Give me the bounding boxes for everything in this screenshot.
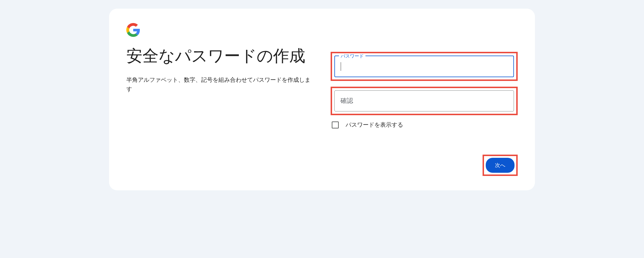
show-password-row: パスワードを表示する [331, 121, 518, 129]
show-password-checkbox[interactable] [332, 122, 339, 128]
confirm-input[interactable] [335, 91, 514, 111]
show-password-label[interactable]: パスワードを表示する [346, 121, 403, 129]
right-section: パスワード パスワードを表示する 次へ [331, 23, 518, 176]
page-title: 安全なパスワードの作成 [126, 45, 313, 67]
password-highlight: パスワード [331, 52, 518, 81]
password-input-wrapper: パスワード [334, 56, 514, 77]
signup-card: 安全なパスワードの作成 半角アルファベット、数字、記号を組み合わせてパスワードを… [109, 9, 535, 190]
confirm-highlight [331, 87, 518, 115]
password-label: パスワード [339, 53, 365, 59]
button-row: 次へ [331, 155, 518, 176]
next-button-highlight: 次へ [483, 155, 518, 176]
left-section: 安全なパスワードの作成 半角アルファベット、数字、記号を組み合わせてパスワードを… [126, 23, 313, 176]
page-description: 半角アルファベット、数字、記号を組み合わせてパスワードを作成します [126, 75, 313, 94]
text-cursor-icon [341, 62, 341, 71]
google-logo-icon [126, 23, 140, 37]
next-button[interactable]: 次へ [486, 158, 515, 173]
confirm-input-wrapper [334, 90, 514, 111]
